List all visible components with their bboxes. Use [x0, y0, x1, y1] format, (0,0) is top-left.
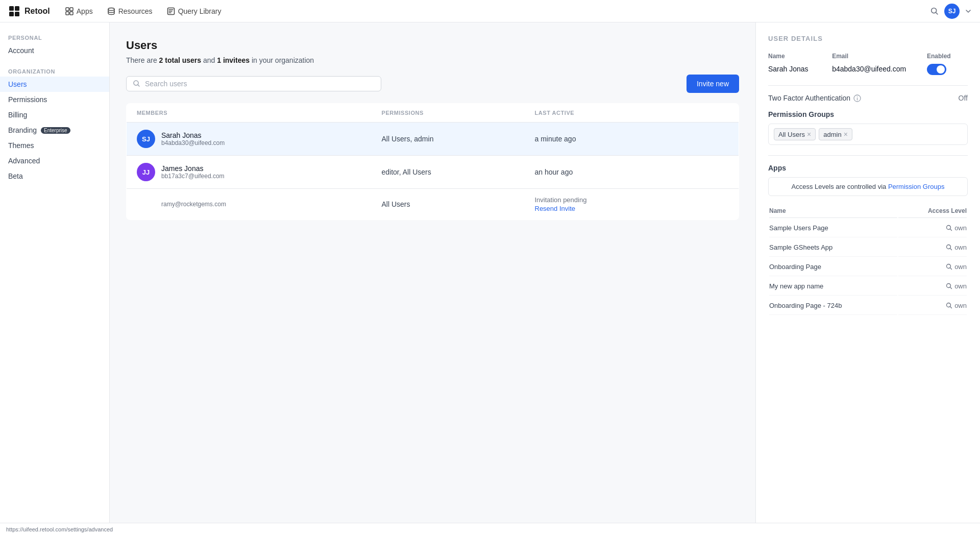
svg-rect-1 [15, 6, 19, 11]
name-header: Name [768, 53, 830, 62]
member-info: Sarah Jonas b4abda30@uifeed.com [161, 131, 225, 147]
sidebar-item-billing[interactable]: Billing [0, 107, 109, 123]
subtitle-mid: and [201, 56, 217, 64]
details-panel: USER DETAILS Name Email Enabled Sarah Jo… [755, 22, 980, 523]
app-name: Onboarding Page [769, 258, 897, 276]
svg-rect-0 [9, 6, 14, 11]
sidebar-item-permissions[interactable]: Permissions [0, 92, 109, 107]
apps-table-row: Sample GSheets App own [769, 238, 967, 257]
topnav-apps-label: Apps [77, 7, 93, 15]
perm-tag-label: admin [823, 131, 841, 138]
svg-point-10 [932, 8, 937, 13]
col-header-actions [678, 104, 739, 123]
invitation-pending-text: Invitation pending [535, 196, 668, 204]
personal-label: Personal [0, 31, 109, 43]
member-cell: ramy@rocketgems.com [127, 189, 372, 220]
svg-rect-4 [66, 8, 69, 11]
topnav-resources[interactable]: Resources [102, 5, 158, 17]
sidebar-item-themes[interactable]: Themes [0, 138, 109, 153]
svg-point-16 [947, 264, 951, 269]
svg-rect-5 [70, 8, 73, 11]
col-header-last-active: Last Active [525, 104, 678, 123]
app-access: own [898, 219, 967, 237]
logo[interactable]: Retool [8, 5, 50, 17]
branding-badge: Enterprise [41, 127, 70, 134]
search-icon[interactable] [930, 7, 939, 16]
svg-point-13 [857, 96, 858, 97]
resend-invite-link[interactable]: Resend Invite [535, 205, 668, 212]
sidebar-beta-label: Beta [8, 172, 23, 180]
retool-logo-icon [8, 5, 20, 17]
permissions-cell: All Users, admin [372, 123, 525, 156]
actions-cell [678, 123, 739, 156]
subtitle-pre: There are [126, 56, 159, 64]
enabled-header: Enabled [927, 53, 968, 62]
perm-groups-label: Permission Groups [768, 110, 968, 118]
apps-label: Apps [768, 164, 968, 172]
app-access: own [898, 258, 967, 276]
search-box-icon [133, 80, 141, 88]
member-name: Sarah Jonas [161, 131, 225, 139]
table-row[interactable]: ramy@rocketgems.com All Users Invitation… [127, 189, 739, 220]
last-active-cell: Invitation pending Resend Invite [525, 189, 678, 220]
topnav-query-library[interactable]: Query Library [162, 5, 227, 17]
sidebar-item-branding[interactable]: Branding Enterprise [0, 123, 109, 138]
grid-icon [65, 7, 74, 15]
remove-tag-admin[interactable]: × [844, 131, 848, 138]
statusbar-url: https://uifeed.retool.com/settings/advan… [6, 526, 113, 532]
avatar: SJ [137, 130, 155, 148]
member-email: b4abda30@uifeed.com [161, 139, 225, 147]
total-users: 2 total users [159, 56, 201, 64]
sidebar-item-account[interactable]: Account [0, 43, 109, 58]
sidebar-item-advanced[interactable]: Advanced [0, 153, 109, 168]
remove-tag-all-users[interactable]: × [807, 131, 811, 138]
tfa-label: Two Factor Authentication [768, 94, 861, 102]
search-sm-icon [946, 263, 952, 270]
col-header-members: Members [127, 104, 372, 123]
apps-table-row: Sample Users Page own [769, 219, 967, 237]
col-header-permissions: Permissions [372, 104, 525, 123]
search-input[interactable] [145, 80, 375, 88]
search-box[interactable] [126, 76, 381, 91]
app-name: My new app name [769, 277, 897, 296]
perm-tag-admin: admin × [819, 128, 852, 140]
info-icon [853, 94, 861, 102]
enabled-toggle[interactable] [927, 64, 946, 75]
svg-point-18 [947, 303, 951, 307]
member-info: ramy@rocketgems.com [137, 201, 226, 208]
member-email: ramy@rocketgems.com [161, 201, 226, 208]
email-header: Email [832, 53, 925, 62]
invitees: 1 invitees [217, 56, 250, 64]
avatar[interactable]: SJ [944, 4, 960, 19]
topnav: Retool Apps Resources Query Library [0, 0, 980, 22]
app-name: Onboarding Page - 724b [769, 297, 897, 315]
search-sm-icon [946, 283, 952, 289]
database-icon [107, 7, 115, 15]
sidebar-item-users[interactable]: Users [0, 77, 109, 92]
table-row[interactable]: JJ James Jonas bb17a3c7@uifeed.com edito… [127, 156, 739, 189]
sidebar-branding-label: Branding [8, 126, 37, 134]
main-layout: Personal Account Organization Users Perm… [0, 22, 980, 523]
last-active-cell: an hour ago [525, 156, 678, 189]
svg-point-15 [947, 245, 951, 249]
page-title: Users [126, 39, 739, 52]
svg-point-8 [108, 8, 114, 10]
app-access: own [898, 238, 967, 257]
topnav-apps[interactable]: Apps [60, 5, 98, 17]
apps-access-header: Access Level [898, 204, 967, 218]
permissions-cell: editor, All Users [372, 156, 525, 189]
topnav-right: SJ [930, 4, 972, 19]
app-name: Sample Users Page [769, 219, 897, 237]
chevron-down-icon[interactable] [965, 8, 972, 15]
subtitle-post: in your organization [250, 56, 314, 64]
member-email: bb17a3c7@uifeed.com [161, 173, 225, 180]
page-subtitle: There are 2 total users and 1 invitees i… [126, 56, 739, 64]
top-bar: Invite new [126, 75, 739, 93]
sidebar-item-beta[interactable]: Beta [0, 168, 109, 184]
permission-groups-link[interactable]: Permission Groups [888, 183, 945, 190]
invite-new-button[interactable]: Invite new [687, 75, 739, 93]
topnav-query-library-label: Query Library [178, 7, 222, 15]
svg-rect-3 [15, 12, 19, 16]
table-row[interactable]: SJ Sarah Jonas b4abda30@uifeed.com All U… [127, 123, 739, 156]
sidebar-themes-label: Themes [8, 141, 34, 150]
